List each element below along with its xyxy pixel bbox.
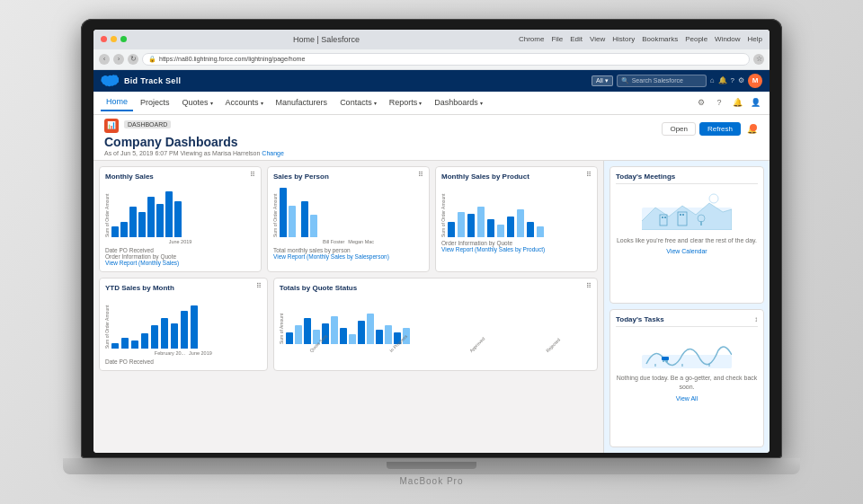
subnav-bell-icon[interactable]: 🔔 [730, 95, 744, 110]
sbp-person-2: Megan Mac [348, 239, 374, 244]
svg-rect-6 [682, 214, 684, 216]
ytd-footer: Date PO Received [105, 358, 262, 365]
subscribe-icon[interactable]: 🔔 [744, 122, 759, 137]
q-bar-6 [331, 316, 338, 344]
menu-people[interactable]: People [685, 35, 707, 43]
sales-by-person-widget: Sales by Person ⠿ Sum of Order Amount [267, 166, 430, 272]
meetings-empty-text: Looks like you're free and clear the res… [616, 236, 758, 245]
msp-bar-5 [487, 219, 494, 237]
change-link[interactable]: Change [262, 150, 284, 156]
maximize-button[interactable] [120, 36, 127, 42]
ytd-y-label: Sum of Order Amount [105, 295, 110, 349]
open-button[interactable]: Open [662, 122, 696, 136]
msp-bar-1 [448, 222, 455, 237]
help-icon[interactable]: ? [731, 76, 734, 84]
menu-history[interactable]: History [612, 35, 635, 43]
sales-by-person-handle[interactable]: ⠿ [418, 171, 423, 179]
msp-handle[interactable]: ⠿ [586, 171, 592, 179]
meetings-calendar-link[interactable]: View Calendar [616, 248, 758, 254]
menu-chrome[interactable]: Chrome [519, 35, 544, 43]
svg-rect-5 [680, 214, 681, 216]
nav-accounts[interactable]: Accounts ▾ [220, 94, 269, 111]
q-bar-1 [286, 332, 293, 344]
dashboard-main[interactable]: Monthly Sales ⠿ Sum of Order Amount [93, 161, 603, 453]
address-bar[interactable]: 🔒 https://na80.lightning.force.com/light… [142, 53, 750, 66]
nav-dashboards[interactable]: Dashboards ▾ [429, 94, 488, 111]
tasks-sort-icon[interactable]: ↕ [754, 315, 758, 323]
svg-rect-2 [662, 217, 663, 218]
menu-view[interactable]: View [590, 35, 605, 43]
bar-4 [138, 212, 146, 237]
browser-menu: Chrome File Edit View History Bookmarks … [519, 35, 762, 43]
dashboards-chevron: ▾ [480, 100, 483, 106]
subnav-help-icon[interactable]: ? [712, 95, 726, 110]
tasks-divider [616, 326, 758, 327]
menu-window[interactable]: Window [715, 35, 740, 43]
subnav-user-icon[interactable]: 👤 [748, 95, 762, 110]
q-bar-2 [295, 325, 302, 343]
bar-group-2 [301, 201, 317, 237]
nav-projects[interactable]: Projects [135, 94, 175, 111]
monthly-sales-y-label: Sum of Order Amount [105, 183, 110, 237]
notifications-icon[interactable]: 🔔 [718, 76, 727, 84]
sbp-chart [280, 183, 423, 237]
forward-button[interactable]: › [113, 54, 124, 65]
msp-chart [448, 183, 544, 237]
all-dropdown[interactable]: All ▾ [592, 75, 613, 86]
sbp-view-report[interactable]: View Report (Monthly Sales by Salesperso… [273, 253, 389, 260]
q-bar-9 [358, 321, 365, 344]
msp-footer: Order Information by Quote View Report (… [441, 240, 592, 252]
lock-icon: 🔒 [148, 56, 156, 63]
contacts-chevron: ▾ [374, 100, 377, 106]
setup-icon[interactable]: ⚙ [738, 76, 744, 84]
meeting-illustration [616, 188, 758, 233]
ytd-x-labels: February 20... June 2019 [105, 350, 262, 356]
close-button[interactable] [101, 36, 107, 42]
nav-home[interactable]: Home [101, 93, 133, 111]
monthly-sales-handle[interactable]: ⠿ [250, 171, 255, 179]
screen: Home | Salesforce Chrome File Edit View … [93, 30, 770, 453]
nav-manufacturers[interactable]: Manufacturers [271, 94, 334, 111]
nav-reports[interactable]: Reports ▾ [384, 94, 428, 111]
msp-view-report[interactable]: View Report (Monthly Sales by Product) [441, 246, 545, 252]
ytd-handle[interactable]: ⠿ [256, 282, 262, 290]
sf-subnav: Home Projects Quotes ▾ Accounts ▾ Manufa [93, 92, 770, 115]
ytd-bar-5 [151, 325, 158, 348]
menu-edit[interactable]: Edit [570, 35, 583, 43]
tasks-view-all-link[interactable]: View All [616, 395, 758, 402]
bookmark-button[interactable]: ☆ [753, 54, 764, 65]
menu-file[interactable]: File [551, 35, 563, 43]
sales-by-person-title: Sales by Person [273, 172, 423, 181]
minimize-button[interactable] [111, 36, 117, 42]
user-avatar[interactable]: M [748, 74, 762, 88]
tasks-header: Today's Tasks ↕ [616, 315, 758, 323]
totals-handle[interactable]: ⠿ [586, 282, 592, 290]
ytd-bar-4 [141, 333, 148, 349]
subnav-settings-icon[interactable]: ⚙ [694, 95, 708, 110]
nav-reports-label: Reports [389, 98, 418, 107]
refresh-button[interactable]: ↻ [128, 54, 138, 65]
search-box[interactable]: 🔍 Search Salesforce [617, 75, 707, 87]
refresh-button[interactable]: Refresh [699, 122, 741, 136]
msp-bar-9 [527, 222, 534, 237]
monthly-sales-view-report[interactable]: View Report (Monthly Sales) [105, 260, 179, 266]
ytd-bar-3 [131, 340, 138, 348]
window-controls [101, 36, 127, 42]
back-button[interactable]: ‹ [99, 54, 110, 65]
ytd-bar-7 [171, 323, 178, 349]
q-bar-7 [340, 328, 347, 344]
tasks-empty-text: Nothing due today. Be a go-getter, and c… [616, 374, 758, 392]
dashboard-icon: 📊 [104, 119, 119, 133]
sbp-bar-1b [289, 206, 296, 237]
menu-help[interactable]: Help [748, 35, 762, 43]
menu-bookmarks[interactable]: Bookmarks [642, 35, 678, 43]
nav-contacts[interactable]: Contacts ▾ [334, 94, 382, 111]
home-icon[interactable]: ⌂ [710, 76, 715, 84]
svg-rect-3 [664, 217, 666, 218]
sbp-footer-text: Total monthly sales by person [273, 247, 351, 253]
q-bar-12 [385, 325, 392, 343]
msp-y-label: Sum of Order Amount [441, 183, 446, 237]
msp-bar-10 [537, 226, 544, 236]
task-illustration [616, 330, 758, 370]
nav-quotes[interactable]: Quotes ▾ [177, 94, 218, 111]
